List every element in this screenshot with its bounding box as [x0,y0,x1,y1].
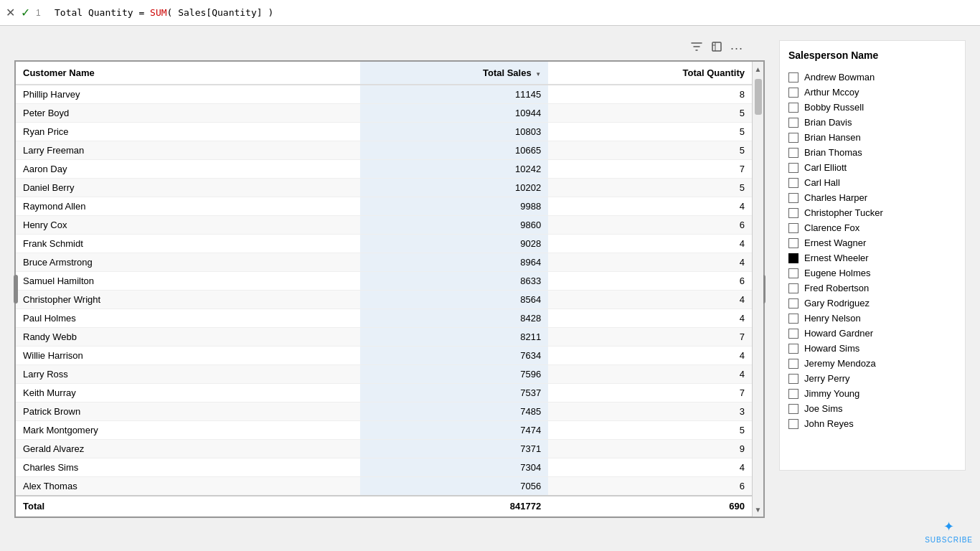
salesperson-label: Jerry Perry [804,373,850,384]
salesperson-label: Joe Sims [804,403,842,414]
salesperson-item[interactable]: Howard Gardner [788,326,956,341]
salesperson-item[interactable]: Carl Elliott [788,160,956,175]
salesperson-item[interactable]: Brian Hansen [788,130,956,145]
checkbox-box[interactable] [788,88,798,98]
checkbox-box[interactable] [788,374,798,384]
cell-total-sales: 10803 [360,123,548,141]
more-icon[interactable]: ··· [730,41,743,56]
checkbox-box[interactable] [788,223,798,233]
salesperson-label: Andrew Bowman [804,72,875,83]
toolbar: ··· [14,40,765,56]
cell-customer-name: Keith Murray [16,384,360,402]
scroll-up-arrow[interactable]: ▲ [753,62,764,76]
salesperson-item[interactable]: Brian Davis [788,115,956,130]
checkbox-box[interactable] [788,103,798,113]
table-row: Henry Cox98606 [16,216,752,235]
salesperson-label: Brian Hansen [804,132,861,143]
checkbox-box[interactable] [788,419,798,429]
cell-customer-name: Raymond Allen [16,197,360,216]
func-name: SUM [150,7,166,18]
scroll-down-arrow[interactable]: ▼ [753,502,764,517]
salesperson-item[interactable]: Jimmy Young [788,386,956,401]
checkbox-box[interactable] [788,133,798,143]
salesperson-item[interactable]: Christopher Tucker [788,205,956,220]
salesperson-item[interactable]: Charles Harper [788,190,956,205]
table-row: Daniel Berry102025 [16,179,752,197]
salesperson-item[interactable]: Joe Sims [788,401,956,416]
checkbox-box[interactable] [788,344,798,354]
checkbox-box[interactable] [788,148,798,158]
cell-total-sales: 7474 [360,421,548,440]
cell-customer-name: Mark Montgomery [16,421,360,440]
cell-customer-name: Phillip Harvey [16,85,360,104]
checkbox-box[interactable] [788,163,798,173]
checkbox-box[interactable] [788,404,798,414]
salesperson-item[interactable]: Jerry Perry [788,371,956,386]
salesperson-item[interactable]: Arthur Mccoy [788,85,956,100]
salesperson-item[interactable]: Eugene Holmes [788,265,956,281]
table-row: Keith Murray75377 [16,384,752,402]
col-customer-name[interactable]: Customer Name [16,62,360,85]
cell-total-quantity: 5 [548,421,752,440]
scroll-thumb[interactable] [755,79,762,115]
salesperson-item[interactable]: Carl Hall [788,175,956,190]
salesperson-label: Fred Robertson [804,283,869,293]
checkbox-box[interactable] [788,314,798,324]
checkbox-box[interactable] [788,178,798,188]
drag-handle-left[interactable] [14,275,18,303]
table-row: Patrick Brown74853 [16,402,752,421]
salesperson-item[interactable]: John Reyes [788,416,956,431]
cell-total-sales: 7485 [360,402,548,421]
checkbox-box[interactable] [788,389,798,399]
table-row: Aaron Day102427 [16,160,752,179]
salesperson-label: Carl Elliott [804,162,847,173]
checkbox-box[interactable] [788,208,798,218]
salesperson-item[interactable]: Clarence Fox [788,220,956,235]
sort-desc-icon: ▼ [535,71,541,77]
col-total-sales[interactable]: Total Sales ▼ [360,62,548,85]
checkbox-box[interactable] [788,118,798,128]
checkbox-box[interactable] [788,193,798,203]
salesperson-item[interactable]: Henry Nelson [788,311,956,326]
salesperson-item[interactable]: Fred Robertson [788,281,956,296]
salesperson-item[interactable]: Bobby Russell [788,100,956,115]
checkbox-box[interactable] [788,238,798,248]
formula-text[interactable]: Total Quantity = SUM( Sales[Quantity] ) [55,7,273,18]
cell-total-quantity: 9 [548,440,752,458]
salesperson-item[interactable]: Ernest Wheeler [788,250,956,265]
checkbox-box[interactable] [788,72,798,83]
salesperson-label: Eugene Holmes [804,268,871,278]
cell-total-quantity: 4 [548,347,752,365]
confirm-icon[interactable]: ✓ [21,6,30,19]
checkbox-box[interactable] [788,298,798,309]
salesperson-item[interactable]: Howard Sims [788,341,956,356]
filter-icon[interactable] [690,40,703,56]
salesperson-label: John Reyes [804,418,854,429]
checkbox-box[interactable] [788,268,798,278]
expand-icon[interactable] [710,40,723,56]
salesperson-item[interactable]: Gary Rodriguez [788,296,956,311]
salesperson-label: Jimmy Young [804,388,859,399]
table-row: Raymond Allen99884 [16,197,752,216]
salesperson-label: Ernest Wagner [804,237,866,248]
cell-total-quantity: 5 [548,179,752,197]
cancel-icon[interactable]: ✕ [6,6,15,19]
cell-total-quantity: 4 [548,291,752,309]
checkbox-box[interactable] [788,359,798,369]
salesperson-item[interactable]: Ernest Wagner [788,235,956,250]
salesperson-item[interactable]: Andrew Bowman [788,70,956,85]
table-row: Randy Webb82117 [16,328,752,347]
col-total-quantity[interactable]: Total Quantity [548,62,752,85]
checkbox-box[interactable] [788,253,798,263]
subscribe-icon: ✦ [943,519,955,534]
cell-total-quantity: 5 [548,104,752,123]
cell-total-quantity: 4 [548,253,752,272]
salesperson-label: Jeremy Mendoza [804,358,876,369]
cell-total-sales: 11145 [360,85,548,104]
checkbox-box[interactable] [788,283,798,293]
cell-total-sales: 8211 [360,328,548,347]
salesperson-item[interactable]: Brian Thomas [788,145,956,160]
table-row: Charles Sims73044 [16,458,752,477]
checkbox-box[interactable] [788,329,798,339]
salesperson-item[interactable]: Jeremy Mendoza [788,356,956,371]
